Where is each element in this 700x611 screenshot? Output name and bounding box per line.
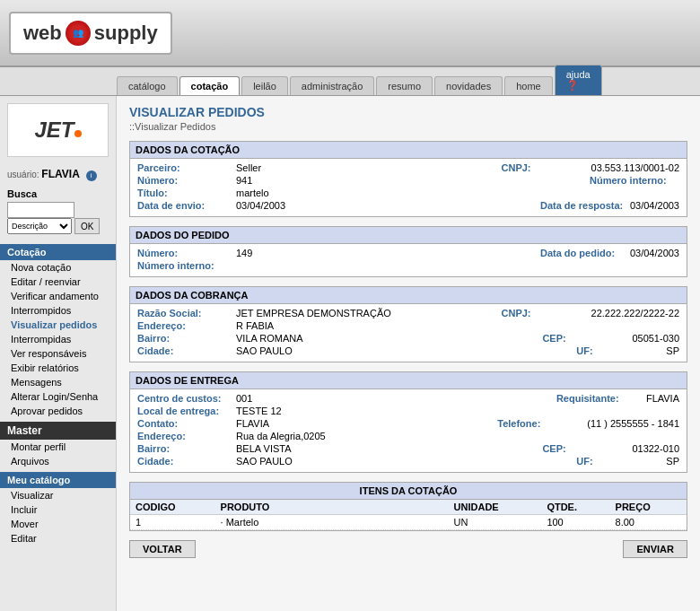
dados-pedido-body: Número: 149 Data do pedido: 03/04/2003 N… bbox=[130, 244, 687, 276]
info-icon[interactable]: i bbox=[86, 170, 97, 181]
sidebar-item-interrompidas[interactable]: Interrompidas bbox=[0, 332, 116, 346]
cidade-cob-value: SAO PAULO bbox=[236, 345, 576, 356]
bairro-ent-label: Bairro: bbox=[137, 443, 236, 454]
numero-label: Número: bbox=[137, 175, 236, 186]
razao-label: Razão Social: bbox=[137, 308, 236, 319]
row-bairro-cob: Bairro: VILA ROMANA CEP: 05051-030 bbox=[137, 333, 679, 344]
endereco-ent-value: Rua da Alegria,0205 bbox=[236, 431, 679, 441]
sidebar-item-mensagens[interactable]: Mensagens bbox=[0, 375, 116, 389]
sidebar-item-editar[interactable]: Editar / reenviar bbox=[0, 275, 116, 289]
sidebar-item-verificar[interactable]: Verificar andamento bbox=[0, 289, 116, 303]
tab-home[interactable]: home bbox=[504, 76, 553, 95]
uf-ent-label: UF: bbox=[576, 456, 666, 467]
cell-unidade: UN bbox=[449, 515, 542, 530]
cep-cob-value: 05051-030 bbox=[632, 333, 679, 344]
row-pedido-numero: Número: 149 Data do pedido: 03/04/2003 bbox=[137, 248, 679, 258]
parceiro-value: Seller bbox=[236, 162, 502, 173]
search-input[interactable] bbox=[7, 202, 74, 218]
telefone-value: (11 ) 2555555 - 1841 bbox=[587, 418, 679, 429]
dados-pedido-header: DADOS DO PEDIDO bbox=[130, 227, 687, 244]
logo-icon: 👥 bbox=[66, 21, 91, 46]
local-value: TESTE 12 bbox=[236, 406, 679, 416]
row-pedido-numero-interno: Número interno: bbox=[137, 260, 679, 271]
endereco-ent-label: Endereço: bbox=[137, 431, 236, 441]
sidebar-item-relatorios[interactable]: Exibir relatórios bbox=[0, 361, 116, 375]
sidebar-logo: JET bbox=[7, 103, 109, 157]
row-razao: Razão Social: JET EMPRESA DEMONSTRAÇÃO C… bbox=[137, 308, 679, 319]
sidebar-item-visualizar-pedidos[interactable]: Visualizar pedidos bbox=[0, 318, 116, 332]
pedido-numero-label: Número: bbox=[137, 248, 236, 258]
tab-leilao[interactable]: leilão bbox=[241, 76, 288, 95]
sidebar-item-incluir[interactable]: Incluir bbox=[0, 502, 116, 517]
row-contato: Contato: FLAVIA Telefone: (11 ) 2555555 … bbox=[137, 418, 679, 429]
bairro-ent-value: BELA VISTA bbox=[236, 443, 542, 454]
endereco-cob-label: Endereço: bbox=[137, 320, 236, 331]
cotacao-section-title: Cotação bbox=[0, 244, 116, 260]
enviar-button[interactable]: ENVIAR bbox=[623, 540, 687, 558]
cnpj-label: CNPJ: bbox=[502, 162, 591, 173]
dados-entrega-section: DADOS DE ENTREGA Centro de custos: 001 R… bbox=[129, 371, 687, 473]
search-type-select[interactable]: Descrição bbox=[7, 218, 72, 234]
cep-cob-label: CEP: bbox=[542, 333, 632, 344]
busca-section: Busca Descrição OK bbox=[0, 185, 116, 240]
itens-header: ITENS DA COTAÇÃO bbox=[130, 483, 687, 500]
dados-cotacao-header: DADOS DA COTAÇÃO bbox=[130, 142, 687, 159]
header: web 👥 supply bbox=[0, 0, 700, 67]
titulo-label: Título: bbox=[137, 188, 236, 198]
logo-supply-text: supply bbox=[94, 22, 158, 45]
voltar-button[interactable]: VOLTAR bbox=[129, 540, 196, 558]
cell-produto: · Martelo bbox=[215, 515, 449, 530]
row-data-envio: Data de envio: 03/04/2003 Data de respos… bbox=[137, 200, 679, 211]
logo-person-icon: 👥 bbox=[73, 28, 83, 38]
pedido-numero-value: 149 bbox=[236, 248, 540, 258]
cnpj-cob-label: CNPJ: bbox=[502, 308, 591, 319]
sidebar-item-alterar-login[interactable]: Alterar Login/Senha bbox=[0, 389, 116, 404]
sidebar-item-responsaveis[interactable]: Ver responsáveis bbox=[0, 346, 116, 361]
tab-administracao[interactable]: administração bbox=[290, 76, 374, 95]
pedido-num-int-label: Número interno: bbox=[137, 260, 236, 271]
telefone-label: Telefone: bbox=[497, 418, 587, 429]
col-header-produto: PRODUTO bbox=[215, 500, 449, 515]
tab-catalogo[interactable]: catálogo bbox=[117, 76, 178, 95]
search-button[interactable]: OK bbox=[74, 218, 100, 234]
dados-pedido-section: DADOS DO PEDIDO Número: 149 Data do pedi… bbox=[129, 226, 687, 277]
data-envio-value: 03/04/2003 bbox=[236, 200, 540, 211]
razao-value: JET EMPRESA DEMONSTRAÇÃO bbox=[236, 308, 502, 319]
cell-codigo: 1 bbox=[130, 515, 215, 530]
tab-novidades[interactable]: novidades bbox=[434, 76, 503, 95]
content-area: VISUALIZAR PEDIDOS ::Visualizar Pedidos … bbox=[117, 96, 700, 611]
col-header-preco: PREÇO bbox=[610, 500, 687, 515]
dados-entrega-body: Centro de custos: 001 Requisitante: FLAV… bbox=[130, 389, 687, 472]
centro-value: 001 bbox=[236, 393, 556, 404]
bairro-cob-value: VILA ROMANA bbox=[236, 333, 542, 344]
centro-label: Centro de custos: bbox=[137, 393, 236, 404]
col-header-codigo: CODIGO bbox=[130, 500, 215, 515]
table-row: 1· MarteloUN1008.00 bbox=[130, 515, 687, 530]
cep-ent-value: 01322-010 bbox=[632, 443, 679, 454]
sidebar-item-editar-cat[interactable]: Editar bbox=[0, 531, 116, 546]
sidebar-item-aprovar[interactable]: Aprovar pedidos bbox=[0, 404, 116, 418]
sidebar-item-arquivos[interactable]: Arquivos bbox=[0, 454, 116, 468]
cnpj-cob-value: 22.222.222/2222-22 bbox=[591, 308, 679, 319]
sidebar-item-interrompidos[interactable]: Interrompidos bbox=[0, 303, 116, 318]
sidebar-item-mover[interactable]: Mover bbox=[0, 517, 116, 531]
tab-cotacao[interactable]: cotação bbox=[179, 76, 241, 95]
row-numero: Número: 941 Número interno: bbox=[137, 175, 679, 186]
col-header-qtde: QTDE. bbox=[541, 500, 609, 515]
tab-ajuda[interactable]: ajuda ❓ bbox=[555, 65, 602, 95]
breadcrumb: ::Visualizar Pedidos bbox=[129, 121, 687, 132]
sidebar-item-nova-cotacao[interactable]: Nova cotação bbox=[0, 260, 116, 275]
local-label: Local de entrega: bbox=[137, 406, 236, 416]
parceiro-label: Parceiro: bbox=[137, 162, 236, 173]
col-header-unidade: UNIDADE bbox=[449, 500, 542, 515]
data-resposta-label: Data de resposta: bbox=[540, 200, 630, 211]
row-titulo: Título: martelo bbox=[137, 188, 679, 198]
cnpj-value: 03.553.113/0001-02 bbox=[591, 162, 679, 173]
cell-preco: 8.00 bbox=[610, 515, 687, 530]
sidebar-item-visualizar[interactable]: Visualizar bbox=[0, 488, 116, 502]
dados-cobranca-body: Razão Social: JET EMPRESA DEMONSTRAÇÃO C… bbox=[130, 304, 687, 362]
tab-resumo[interactable]: resumo bbox=[376, 76, 433, 95]
dados-cobranca-header: DADOS DA COBRANÇA bbox=[130, 287, 687, 304]
sidebar-item-montar-perfil[interactable]: Montar perfil bbox=[0, 440, 116, 454]
requisitante-label: Requisitante: bbox=[556, 393, 646, 404]
